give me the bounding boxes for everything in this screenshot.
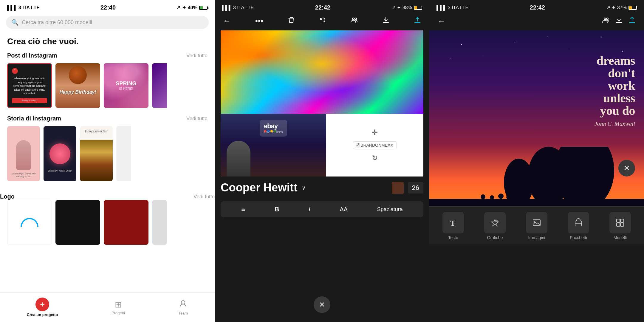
more-menu-button[interactable]: ••• (255, 16, 263, 26)
spacing-button[interactable]: Spaziatura (377, 206, 403, 213)
tree-silhouettes (429, 147, 644, 206)
status-right-p2: ↗ ✦ 38% (392, 5, 422, 10)
share-button[interactable] (414, 16, 421, 26)
back-button-p3[interactable]: ← (438, 16, 445, 26)
see-all-instagram-post[interactable]: Vedi tutto (186, 53, 208, 59)
section-title-logo: Logo (0, 193, 15, 200)
template-card-spring[interactable]: SPRING IS HERE! (104, 63, 148, 108)
editor-toolbar: ← ••• (215, 13, 429, 30)
logo-card-black[interactable] (55, 200, 100, 245)
author-name: HENRY FORD (12, 98, 47, 103)
bold-button[interactable]: B (275, 205, 279, 213)
svg-rect-13 (482, 199, 484, 205)
svg-rect-28 (617, 223, 620, 226)
page-headline: Crea ciò che vuoi. (0, 34, 215, 52)
collaborate-button[interactable] (351, 16, 358, 26)
nav-projects[interactable]: ⊞ Progetti (112, 300, 125, 315)
logo-card-blue[interactable] (7, 200, 52, 245)
svg-point-0 (181, 301, 185, 304)
logo-card-partial (152, 200, 167, 245)
aa-button[interactable]: AA (340, 206, 348, 213)
nav-label-team: Team (178, 311, 188, 315)
spring-line1: SPRING (116, 81, 136, 87)
template-card-quote[interactable]: " When everything seems to be going agai… (7, 63, 52, 108)
status-time-p3: 22:42 (530, 4, 545, 11)
immagini-icon (526, 212, 547, 233)
ebay-logo-area: ebay Loving Tech (260, 120, 287, 137)
quote-icon: " (12, 68, 18, 74)
status-right-p3: ↗ ✦ 37% (606, 5, 637, 10)
panel-home: ▌▌▌ 3 ITA LTE 22:40 ↗ ✦ 40% 🔍 Cerca tra … (0, 0, 215, 322)
download-button[interactable] (382, 16, 389, 26)
design-canvas[interactable]: dreams don't work unless you do John C. … (429, 30, 644, 206)
grafiche-label: Grafiche (487, 235, 503, 240)
back-button[interactable]: ← (223, 16, 231, 26)
download-button-p3[interactable] (615, 16, 623, 26)
color-swatch[interactable] (392, 182, 404, 194)
svg-rect-26 (617, 219, 620, 222)
status-bar-panel1: ▌▌▌ 3 ITA LTE 22:40 ↗ ✦ 40% (0, 0, 215, 13)
flower-decoration (49, 143, 70, 164)
battery-icon-p2 (414, 6, 422, 10)
testo-icon: T (442, 212, 464, 233)
quote-overlay: dreams don't work unless you do John C. … (552, 54, 635, 127)
birthday-photo (69, 66, 87, 84)
explosion-effect (221, 30, 423, 114)
tool-pacchetti[interactable]: Pacchetti (568, 212, 589, 240)
nav-label-projects: Progetti (112, 311, 125, 315)
see-all-logo[interactable]: Vedi tutto (193, 194, 215, 200)
editor-canvas[interactable]: ebay Loving Tech ✛ @BRANDONMEXX (221, 30, 423, 177)
design-editor-toolbar: ← (429, 13, 644, 30)
svg-point-3 (604, 18, 606, 20)
pacchetti-icon (568, 212, 589, 233)
svg-rect-19 (507, 199, 509, 205)
svg-rect-11 (429, 199, 644, 206)
grafiche-icon (484, 212, 506, 233)
search-bar[interactable]: 🔍 Cerca tra oltre 60.000 modelli (6, 16, 209, 29)
story-card-pink[interactable]: Some days, you're just walking on air. (7, 126, 40, 181)
section-logo: Logo Vedi tutto (0, 188, 215, 200)
share-button-p3[interactable] (628, 16, 636, 26)
story-card-dark[interactable]: blossom [blos-uhm] (44, 126, 76, 181)
font-name-label[interactable]: Cooper Hewitt (221, 181, 298, 194)
logo-card-red[interactable] (104, 200, 148, 245)
testo-label: Testo (448, 235, 458, 240)
canvas-bottom-row: ebay Loving Tech ✛ @BRANDONMEXX (221, 114, 423, 177)
svg-point-18 (506, 195, 510, 199)
nav-label-create: Crea un progetto (27, 312, 58, 317)
template-card-birthday[interactable]: Happy Birthday! (55, 63, 100, 108)
font-dropdown-arrow[interactable]: ∨ (302, 185, 306, 191)
align-button[interactable]: ≡ (241, 205, 245, 213)
pacchetti-label: Pacchetti (570, 235, 587, 240)
nav-create[interactable]: + Crea un progetto (27, 298, 58, 317)
design-bottom-toolbar: T Testo Grafiche Immagini (429, 206, 644, 244)
font-size-badge[interactable]: 26 (408, 182, 423, 193)
status-bar-panel2: ▌▌▌ 3 ITA LTE 22:42 ↗ ✦ 38% (215, 0, 429, 13)
canvas-control-panel: ✛ @BRANDONMEXX ↻ (326, 114, 423, 177)
italic-button[interactable]: I (309, 205, 310, 213)
status-time: 22:40 (100, 4, 116, 11)
collaborate-button-p3[interactable] (602, 16, 609, 26)
battery-icon-p3 (628, 6, 637, 10)
section-instagram-post: Post di Instagram Vedi tutto (0, 52, 215, 63)
canvas-explosion-image (221, 30, 423, 114)
font-selector-row: Cooper Hewitt ∨ 26 (221, 181, 423, 194)
close-design-button[interactable]: ✕ (618, 160, 635, 177)
immagini-label: Immagini (528, 235, 545, 240)
bottom-navigation: + Crea un progetto ⊞ Progetti Team (0, 292, 215, 322)
story-card-breakfast[interactable]: today's breakfast (80, 126, 113, 181)
undo-button[interactable] (319, 16, 326, 26)
move-icon: ✛ (372, 128, 378, 137)
tool-modelli[interactable]: Modelli (609, 212, 631, 240)
tool-testo[interactable]: T Testo (442, 212, 464, 240)
delete-button[interactable] (288, 16, 295, 26)
tool-grafiche[interactable]: Grafiche (484, 212, 506, 240)
close-editor-button[interactable]: ✕ (314, 296, 330, 313)
nav-team[interactable]: Team (178, 299, 188, 315)
see-all-instagram-story[interactable]: Vedi tutto (186, 116, 208, 122)
handle-text[interactable]: @BRANDONMEXX (353, 141, 397, 149)
tool-immagini[interactable]: Immagini (526, 212, 547, 240)
breakfast-photo (80, 140, 113, 181)
logo-arc-design (21, 218, 38, 227)
instagram-story-scroll: Some days, you're just walking on air. b… (0, 126, 215, 188)
